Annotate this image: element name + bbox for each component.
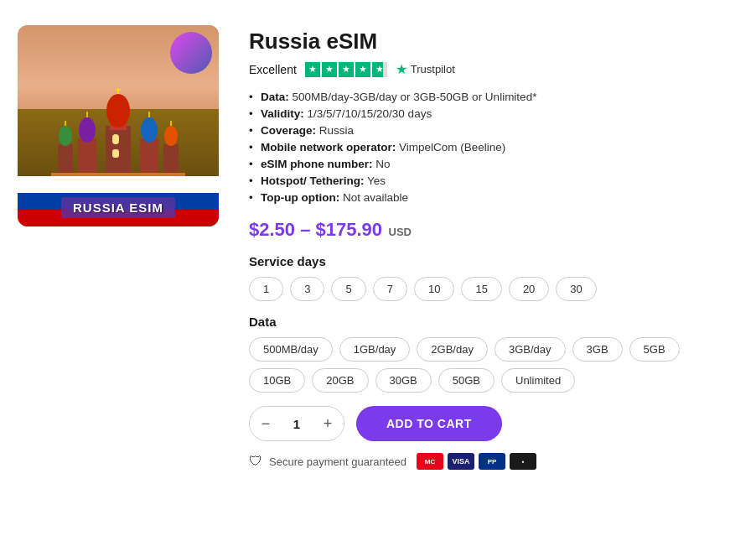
svg-rect-5 [78, 138, 96, 176]
mastercard-badge: MC [417, 453, 443, 470]
spec-phone: eSIM phone number: No [249, 158, 738, 170]
data-selector: 500MB/day 1GB/day 2GB/day 3GB/day 3GB 5G… [249, 337, 738, 393]
quantity-decrease-button[interactable]: − [250, 407, 282, 440]
day-btn-3[interactable]: 3 [290, 277, 324, 301]
trustpilot-stars: ★ ★ ★ ★ ★ [305, 62, 387, 77]
other-badge: ▪ [510, 453, 536, 470]
spec-operator: Mobile network operator: VimpelCom (Beel… [249, 141, 738, 154]
data-btn-10gb[interactable]: 10GB [249, 368, 305, 393]
product-details: Russia eSIM Excellent ★ ★ ★ ★ ★ ★ Trustp… [249, 25, 738, 470]
day-btn-30[interactable]: 30 [556, 277, 596, 301]
data-btn-50gb[interactable]: 50GB [438, 368, 495, 393]
svg-rect-17 [112, 134, 119, 144]
svg-rect-8 [58, 144, 73, 176]
svg-point-9 [59, 126, 72, 146]
star-5: ★ [372, 62, 387, 77]
data-btn-500mb[interactable]: 500MB/day [249, 337, 333, 362]
trustpilot-row: Excellent ★ ★ ★ ★ ★ ★ Trustpilot [249, 61, 738, 77]
data-btn-2gb[interactable]: 2GB/day [417, 337, 488, 362]
star-1: ★ [305, 62, 320, 77]
data-btn-30gb[interactable]: 30GB [375, 368, 432, 393]
svg-point-12 [141, 117, 158, 143]
data-btn-unlimited[interactable]: Unlimited [501, 368, 575, 393]
day-btn-5[interactable]: 5 [331, 277, 365, 301]
secure-payment-row: 🛡 Secure payment guaranteed MC VISA PP ▪ [249, 453, 738, 470]
svg-rect-18 [112, 149, 119, 158]
star-3: ★ [339, 62, 354, 77]
svg-rect-14 [163, 144, 179, 176]
image-label: RUSSIA ESIM [61, 197, 175, 218]
spec-coverage: Coverage: Russia [249, 124, 738, 137]
star-2: ★ [322, 62, 337, 77]
trustpilot-icon: ★ [396, 61, 407, 77]
trustpilot-brand: ★ Trustpilot [396, 61, 455, 77]
day-btn-7[interactable]: 7 [373, 277, 407, 301]
decorative-circle [170, 32, 212, 74]
data-btn-20gb[interactable]: 20GB [312, 368, 368, 393]
product-title: Russia eSIM [249, 29, 738, 55]
quantity-increase-button[interactable]: + [312, 407, 344, 440]
shield-icon: 🛡 [249, 454, 262, 469]
star-4: ★ [355, 62, 370, 77]
data-btn-1gb[interactable]: 1GB/day [339, 337, 411, 362]
svg-point-6 [79, 117, 96, 143]
product-container: RUSSIA ESIM Russia eSIM Excellent ★ ★ ★ … [18, 17, 738, 470]
product-image: RUSSIA ESIM [18, 25, 219, 226]
service-days-selector: 1 3 5 7 10 15 20 30 [249, 277, 738, 301]
svg-point-2 [106, 94, 130, 127]
trustpilot-label: Excellent [249, 63, 297, 76]
svg-point-15 [164, 126, 178, 146]
price-text: $2.50 – $175.90 [249, 219, 382, 240]
secure-label: Secure payment guaranteed [269, 455, 406, 468]
price-currency: USD [389, 226, 412, 238]
price-row: $2.50 – $175.90 USD [249, 219, 738, 241]
spec-hotspot: Hotspot/ Tethering: Yes [249, 174, 738, 187]
day-btn-10[interactable]: 10 [414, 277, 454, 301]
data-btn-3gb[interactable]: 3GB [572, 337, 623, 362]
data-btn-5gb[interactable]: 5GB [629, 337, 680, 362]
payment-badges: MC VISA PP ▪ [417, 453, 536, 470]
service-days-label: Service days [249, 254, 738, 268]
spec-list: Data: 500MB/day-3GB/day or 3GB-50GB or U… [249, 91, 738, 204]
day-btn-15[interactable]: 15 [461, 277, 501, 301]
data-label: Data [249, 315, 738, 329]
quantity-value: 1 [282, 417, 312, 431]
quantity-control: − 1 + [249, 406, 344, 441]
cart-row: − 1 + ADD TO CART [249, 406, 738, 441]
day-btn-1[interactable]: 1 [249, 277, 283, 301]
visa-badge: VISA [448, 453, 474, 470]
add-to-cart-button[interactable]: ADD TO CART [356, 406, 502, 441]
spec-data: Data: 500MB/day-3GB/day or 3GB-50GB or U… [249, 91, 738, 103]
spec-validity: Validity: 1/3/5/7/10/15/20/30 days [249, 107, 738, 120]
svg-rect-11 [140, 138, 158, 176]
day-btn-20[interactable]: 20 [509, 277, 549, 301]
data-btn-3gb-day[interactable]: 3GB/day [495, 337, 566, 362]
paypal-badge: PP [479, 453, 505, 470]
trustpilot-brand-label: Trustpilot [411, 63, 455, 75]
spec-topup: Top-up option: Not available [249, 191, 738, 204]
